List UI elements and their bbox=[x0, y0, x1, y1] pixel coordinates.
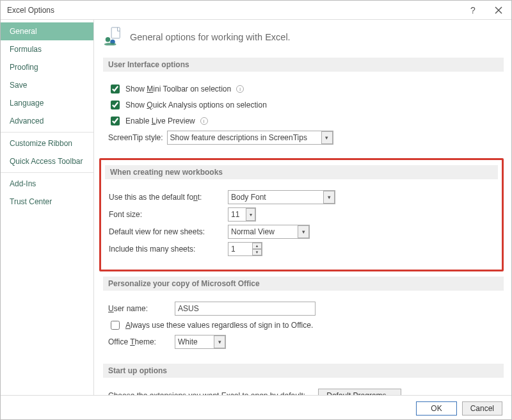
sidebar-item-save[interactable]: Save bbox=[1, 76, 93, 94]
svg-point-3 bbox=[106, 37, 111, 42]
sidebar-item-formulas[interactable]: Formulas bbox=[1, 40, 93, 58]
info-icon[interactable]: i bbox=[200, 117, 208, 125]
quick-analysis-label: Show Quick Analysis options on selection bbox=[125, 101, 267, 109]
titlebar: Excel Options ? bbox=[1, 1, 511, 20]
default-font-select[interactable]: Body Font ▾ bbox=[228, 190, 335, 204]
live-preview-label: Enable Live Preview bbox=[125, 117, 195, 125]
sidebar-item-general[interactable]: General bbox=[1, 22, 93, 40]
highlight-box: When creating new workbooks Use this as … bbox=[99, 158, 504, 271]
chevron-down-icon: ▾ bbox=[323, 191, 335, 204]
chevron-down-icon: ▾ bbox=[246, 208, 255, 221]
spinner-down-icon[interactable]: ▼ bbox=[252, 249, 262, 255]
default-programs-button[interactable]: Default Programs... bbox=[318, 389, 401, 395]
page-header: General options for working with Excel. bbox=[103, 26, 504, 47]
section-new-workbooks: When creating new workbooks bbox=[105, 165, 498, 179]
default-view-select[interactable]: Normal View ▾ bbox=[228, 225, 310, 239]
sidebar-separator bbox=[1, 172, 93, 173]
sidebar-item-quick-access-toolbar[interactable]: Quick Access Toolbar bbox=[1, 152, 93, 170]
help-button[interactable]: ? bbox=[460, 1, 486, 20]
always-use-values-checkbox[interactable]: Always use these values regardless of si… bbox=[108, 319, 313, 332]
chevron-down-icon: ▾ bbox=[321, 131, 333, 144]
sheets-count-label: Include this many sheets: bbox=[109, 245, 224, 254]
ok-button[interactable]: OK bbox=[416, 401, 456, 416]
sheets-count-spinner[interactable]: 1 ▲ ▼ bbox=[228, 242, 262, 256]
sidebar-separator bbox=[1, 132, 93, 133]
page-title: General options for working with Excel. bbox=[130, 32, 291, 42]
sidebar-item-language[interactable]: Language bbox=[1, 94, 93, 112]
section-startup: Start up options bbox=[103, 364, 504, 378]
window-title: Excel Options bbox=[7, 6, 460, 15]
default-view-label: Default view for new sheets: bbox=[109, 227, 224, 236]
quick-analysis-checkbox[interactable]: Show Quick Analysis options on selection bbox=[108, 99, 267, 111]
username-label: User name: bbox=[108, 304, 171, 313]
general-options-icon bbox=[103, 26, 122, 47]
screentip-style-select[interactable]: Show feature descriptions in ScreenTips … bbox=[167, 131, 333, 145]
username-input[interactable]: ASUS bbox=[175, 302, 316, 316]
main-panel: General options for working with Excel. … bbox=[94, 20, 511, 395]
close-button[interactable] bbox=[486, 1, 511, 20]
mini-toolbar-label: Show Mini Toolbar on selection bbox=[125, 85, 231, 93]
section-personalize: Personalize your copy of Microsoft Offic… bbox=[103, 277, 504, 291]
spinner-up-icon[interactable]: ▲ bbox=[252, 243, 262, 249]
live-preview-checkbox[interactable]: Enable Live Preview bbox=[108, 115, 195, 127]
screentip-style-label: ScreenTip style: bbox=[108, 133, 163, 142]
font-size-label: Font size: bbox=[109, 210, 224, 219]
cancel-button[interactable]: Cancel bbox=[462, 401, 502, 416]
mini-toolbar-checkbox[interactable]: Show Mini Toolbar on selection bbox=[108, 83, 231, 95]
chevron-down-icon: ▾ bbox=[214, 335, 225, 348]
always-use-values-label: Always use these values regardless of si… bbox=[125, 321, 313, 330]
sidebar-item-trust-center[interactable]: Trust Center bbox=[1, 193, 93, 211]
office-theme-label: Office Theme: bbox=[108, 337, 171, 346]
dialog-footer: OK Cancel bbox=[1, 395, 511, 420]
sidebar-item-proofing[interactable]: Proofing bbox=[1, 58, 93, 76]
sidebar-item-advanced[interactable]: Advanced bbox=[1, 112, 93, 130]
office-theme-select[interactable]: White ▾ bbox=[175, 335, 226, 349]
svg-rect-2 bbox=[111, 28, 120, 38]
sidebar-item-customize-ribbon[interactable]: Customize Ribbon bbox=[1, 134, 93, 152]
section-ui-options: User Interface options bbox=[103, 58, 504, 72]
font-size-select[interactable]: 11 ▾ bbox=[228, 207, 256, 222]
sidebar-item-add-ins[interactable]: Add-Ins bbox=[1, 175, 93, 193]
chevron-down-icon: ▾ bbox=[298, 225, 309, 238]
info-icon[interactable]: i bbox=[236, 85, 244, 93]
default-extensions-text: Choose the extensions you want Excel to … bbox=[108, 391, 305, 395]
default-font-label: Use this as the default font: bbox=[109, 193, 224, 202]
sidebar: GeneralFormulasProofingSaveLanguageAdvan… bbox=[1, 20, 94, 395]
